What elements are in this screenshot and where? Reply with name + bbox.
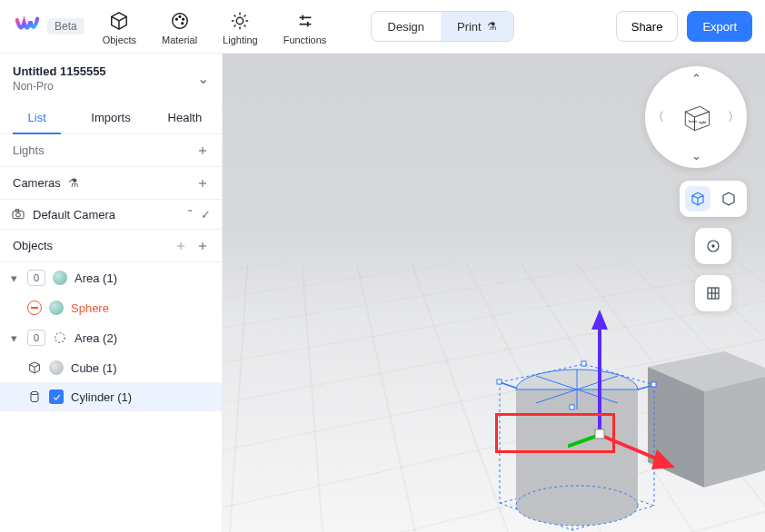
flask-icon: ⚗	[68, 176, 79, 190]
camera-icon	[11, 207, 25, 222]
mode-design[interactable]: Design	[372, 12, 441, 41]
svg-line-10	[234, 15, 236, 17]
tool-functions[interactable]: Functions	[283, 7, 327, 45]
svg-point-4	[181, 23, 183, 25]
grid-icon	[705, 285, 721, 301]
svg-point-1	[175, 18, 177, 20]
mode-toggle: Design Print⚗	[371, 11, 514, 42]
count-badge: 0	[27, 270, 45, 286]
tool-group: Objects Material Lighting Functions	[103, 7, 327, 45]
sliders-icon	[295, 11, 315, 31]
brand: Beta	[15, 14, 84, 39]
section-cameras[interactable]: Cameras ⚗	[0, 167, 222, 200]
plus-icon[interactable]	[196, 177, 209, 190]
check-icon[interactable]: ✓	[201, 208, 211, 222]
tool-material[interactable]: Material	[162, 7, 197, 45]
project-subtitle: Non-Pro	[13, 80, 106, 93]
svg-point-30	[31, 391, 38, 394]
wire-view-button[interactable]	[716, 186, 741, 212]
export-button[interactable]: Export	[687, 11, 752, 42]
svg-point-2	[178, 15, 180, 17]
viewport-3d[interactable]: ⌃ ⌄ 〈 〉 front right	[223, 54, 765, 532]
viewport-tools	[680, 181, 747, 311]
cube-icon	[27, 360, 42, 375]
view-cube-widget[interactable]: ⌃ ⌄ 〈 〉 front right	[645, 66, 747, 168]
add-nested-icon[interactable]	[174, 240, 187, 252]
svg-rect-43	[581, 361, 586, 366]
cylinder-icon	[27, 389, 42, 404]
project-title: Untitled 1155555	[13, 64, 106, 78]
app-logo-icon	[15, 14, 40, 39]
eye-closed-icon[interactable]: ῀	[187, 208, 192, 222]
svg-rect-42	[497, 379, 502, 384]
flask-icon: ⚗	[487, 20, 497, 33]
plus-icon[interactable]	[196, 144, 209, 157]
sphere-icon	[49, 300, 64, 315]
view-mode-toggle	[680, 181, 747, 217]
sidebar-tabs: List Imports Health	[0, 102, 222, 134]
svg-rect-44	[651, 382, 656, 387]
camera-row-default[interactable]: Default Camera ῀ ✓	[0, 200, 222, 230]
sun-icon	[230, 11, 250, 31]
caret-down-icon[interactable]: ▾	[7, 331, 20, 345]
tree-item-sphere[interactable]: Sphere	[0, 293, 222, 322]
svg-point-5	[237, 17, 243, 24]
svg-text:right: right	[699, 120, 707, 124]
tool-objects[interactable]: Objects	[103, 7, 136, 45]
focus-button[interactable]	[695, 228, 731, 264]
highlight-frame	[495, 413, 615, 453]
svg-point-3	[182, 18, 184, 20]
nav-cube-icon[interactable]: front right	[676, 97, 716, 137]
palette-icon	[170, 11, 190, 31]
sphere-icon	[53, 271, 67, 285]
svg-rect-45	[570, 405, 574, 409]
svg-rect-24	[15, 210, 18, 212]
tree-item-area2[interactable]: ▾ 0 Area (2)	[0, 322, 222, 353]
svg-line-11	[244, 25, 246, 27]
tab-list[interactable]: List	[0, 102, 74, 133]
chevron-up-icon[interactable]: ⌃	[691, 72, 701, 85]
tree-item-cylinder[interactable]: Cylinder (1)	[0, 382, 222, 411]
count-badge: 0	[27, 330, 45, 346]
share-button[interactable]: Share	[616, 11, 679, 42]
chevron-left-icon[interactable]: 〈	[652, 109, 664, 125]
header-actions: Share Export	[616, 11, 752, 42]
tree-item-cube[interactable]: Cube (1)	[0, 353, 222, 382]
solid-view-button[interactable]	[685, 186, 710, 212]
beta-badge: Beta	[47, 18, 84, 34]
tool-lighting[interactable]: Lighting	[223, 7, 258, 45]
svg-point-29	[55, 333, 65, 343]
plus-icon[interactable]	[196, 240, 209, 252]
left-sidebar: Untitled 1155555 Non-Pro ⌄ List Imports …	[0, 54, 223, 532]
project-header[interactable]: Untitled 1155555 Non-Pro ⌄	[0, 54, 222, 102]
top-bar: Beta Objects Material Lighting Functions…	[0, 0, 765, 54]
target-icon	[705, 238, 721, 254]
chevron-right-icon[interactable]: 〉	[728, 109, 740, 125]
remove-icon[interactable]	[27, 300, 42, 315]
svg-text:front: front	[689, 119, 698, 123]
section-objects[interactable]: Objects	[0, 230, 222, 262]
circle-dashed-icon	[53, 330, 67, 345]
cube-icon	[109, 11, 129, 31]
section-lights[interactable]: Lights	[0, 134, 222, 167]
grid-toggle-button[interactable]	[695, 275, 731, 311]
chevron-down-icon[interactable]: ⌄	[691, 149, 701, 163]
material-icon	[49, 360, 64, 375]
svg-marker-33	[704, 373, 765, 488]
svg-point-59	[712, 245, 714, 247]
tab-health[interactable]: Health	[148, 102, 222, 133]
tab-imports[interactable]: Imports	[74, 102, 147, 133]
mode-print[interactable]: Print⚗	[441, 12, 513, 41]
caret-down-icon[interactable]: ▾	[7, 271, 20, 285]
tree-item-area1[interactable]: ▾ 0 Area (1)	[0, 262, 222, 293]
svg-line-13	[244, 15, 246, 17]
chevron-down-icon[interactable]: ⌄	[197, 70, 209, 87]
svg-line-12	[234, 25, 236, 27]
svg-point-23	[16, 212, 21, 217]
checkbox-checked-icon[interactable]	[49, 389, 64, 404]
